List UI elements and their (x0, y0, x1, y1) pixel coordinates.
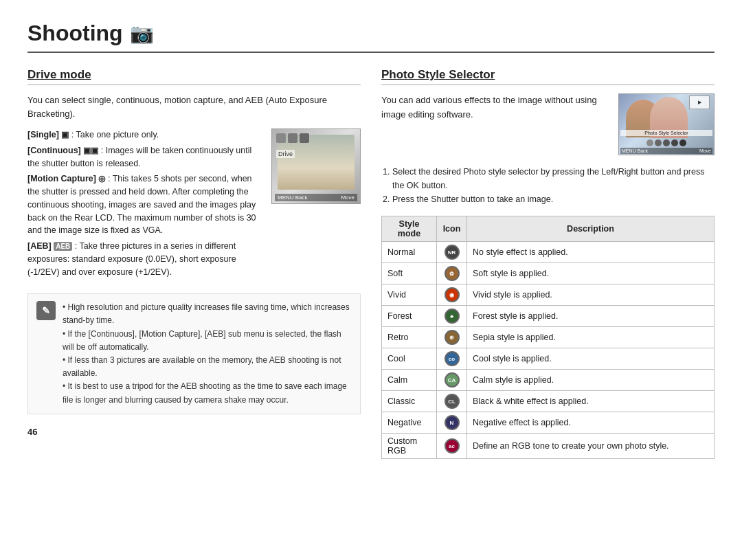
table-cell-icon: NR (437, 242, 467, 263)
drive-mode-image: Drive MENU Back Move (271, 128, 361, 204)
ps-move: Move (699, 148, 711, 153)
table-cell-description: Vivid style is applied. (467, 284, 715, 306)
note-text: • High resolution and picture quality in… (63, 301, 352, 407)
photo-style-thumbnail: ▶ (689, 96, 710, 109)
table-row: CalmCACalm style is applied. (382, 370, 715, 391)
table-cell-mode: Negative (382, 412, 437, 434)
table-cell-mode: Forest (382, 306, 437, 327)
table-cell-icon: CA (437, 370, 467, 391)
drive-mode-text: [Single] ▣ : Take one picture only. [Con… (27, 128, 263, 281)
table-row: NegativeNNegative effect is applied. (382, 412, 715, 434)
table-cell-description: Sepia style is applied. (467, 327, 715, 348)
mode-motion-desc2: the shutter is pressed and held down. Af… (27, 187, 256, 235)
note-4: • It is best to use a tripod for the AEB… (63, 380, 352, 406)
table-cell-mode: Custom RGB (382, 434, 437, 459)
mode-motion-desc: : This takes 5 shots per second, when (108, 174, 252, 183)
mode-single-label: [Single] ▣ (27, 130, 69, 139)
mode-single-desc: : Take one picture only. (71, 130, 159, 139)
table-cell-icon: co (437, 348, 467, 370)
note-icon: ✎ (36, 301, 56, 320)
note-3: • If less than 3 pictures are available … (63, 354, 352, 380)
drive-mode-intro: You can select single, continuous, motio… (27, 93, 361, 120)
table-cell-description: Forest style is applied. (467, 306, 715, 327)
table-cell-mode: Cool (382, 348, 437, 370)
table-cell-mode: Soft (382, 263, 437, 284)
table-cell-description: Negative effect is applied. (467, 412, 715, 434)
right-column: Photo Style Selector You can add various… (381, 68, 715, 459)
note-2: • If the [Continuous], [Motion Capture],… (63, 328, 352, 354)
camera-icon: 📷 (130, 22, 154, 45)
table-cell-icon: CL (437, 391, 467, 412)
photo-style-label: Photo Style Selector (620, 130, 712, 136)
ps-back: MENU Back (622, 148, 648, 153)
page-title: Shooting 📷 (27, 21, 715, 53)
table-cell-description: Black & white effect is applied. (467, 391, 715, 412)
table-row: NormalNRNo style effect is applied. (382, 242, 715, 263)
table-cell-icon: N (437, 412, 467, 434)
table-cell-description: Soft style is applied. (467, 263, 715, 284)
col-icon: Icon (437, 216, 467, 242)
photo-style-image: ▶ Photo Style Selector MENU Back Move (618, 93, 715, 155)
table-cell-icon: ac (437, 434, 467, 459)
step-1: Select the desired Photo style selector … (392, 165, 715, 192)
step-2: Press the Shutter button to take an imag… (392, 192, 715, 206)
col-style-mode: Style mode (382, 216, 437, 242)
table-cell-description: Cool style is applied. (467, 348, 715, 370)
table-cell-description: Define an RGB tone to create your own ph… (467, 434, 715, 459)
table-cell-description: No style effect is applied. (467, 242, 715, 263)
note-1: • High resolution and picture quality in… (63, 301, 352, 327)
table-row: ClassicCLBlack & white effect is applied… (382, 391, 715, 412)
mode-continuous: [Continuous] ▣▣ : Images will be taken c… (27, 144, 263, 170)
mode-aeb-label: [AEB] AEB (27, 241, 72, 251)
table-cell-mode: Normal (382, 242, 437, 263)
photo-style-intro: You can add various effects to the image… (381, 93, 715, 155)
table-cell-mode: Retro (382, 327, 437, 348)
mode-motion: [Motion Capture] ◎ : This takes 5 shots … (27, 172, 263, 237)
table-cell-mode: Calm (382, 370, 437, 391)
table-row: Custom RGBacDefine an RGB tone to create… (382, 434, 715, 459)
note-box: ✎ • High resolution and picture quality … (27, 293, 361, 414)
drive-mode-title: Drive mode (27, 68, 361, 85)
photo-style-intro-text: You can add various effects to the image… (381, 93, 611, 122)
table-cell-icon: ♣ (437, 306, 467, 327)
table-cell-description: Calm style is applied. (467, 370, 715, 391)
mode-continuous-label: [Continuous] ▣▣ (27, 146, 98, 155)
table-cell-icon: ⊕ (437, 327, 467, 348)
style-table: Style mode Icon Description NormalNRNo s… (381, 216, 715, 459)
drive-label: Drive (276, 150, 295, 158)
table-row: Soft✿Soft style is applied. (382, 263, 715, 284)
col-description: Description (467, 216, 715, 242)
img-move-label: Move (341, 194, 355, 201)
title-text: Shooting (27, 21, 123, 46)
img-back-label: MENU Back (278, 194, 308, 201)
page-number: 46 (27, 427, 361, 437)
mode-aeb: [AEB] AEB : Take three pictures in a ser… (27, 240, 263, 278)
table-row: Vivid◉Vivid style is applied. (382, 284, 715, 306)
mode-motion-label: [Motion Capture] ◎ (27, 174, 105, 183)
table-row: Forest♣Forest style is applied. (382, 306, 715, 327)
steps: Select the desired Photo style selector … (381, 165, 715, 206)
table-cell-mode: Classic (382, 391, 437, 412)
mode-single: [Single] ▣ : Take one picture only. (27, 128, 263, 142)
table-cell-icon: ◉ (437, 284, 467, 306)
table-cell-icon: ✿ (437, 263, 467, 284)
table-row: CoolcoCool style is applied. (382, 348, 715, 370)
table-row: Retro⊕Sepia style is applied. (382, 327, 715, 348)
table-cell-mode: Vivid (382, 284, 437, 306)
photo-style-title: Photo Style Selector (381, 68, 715, 85)
left-column: Drive mode You can select single, contin… (27, 68, 361, 437)
